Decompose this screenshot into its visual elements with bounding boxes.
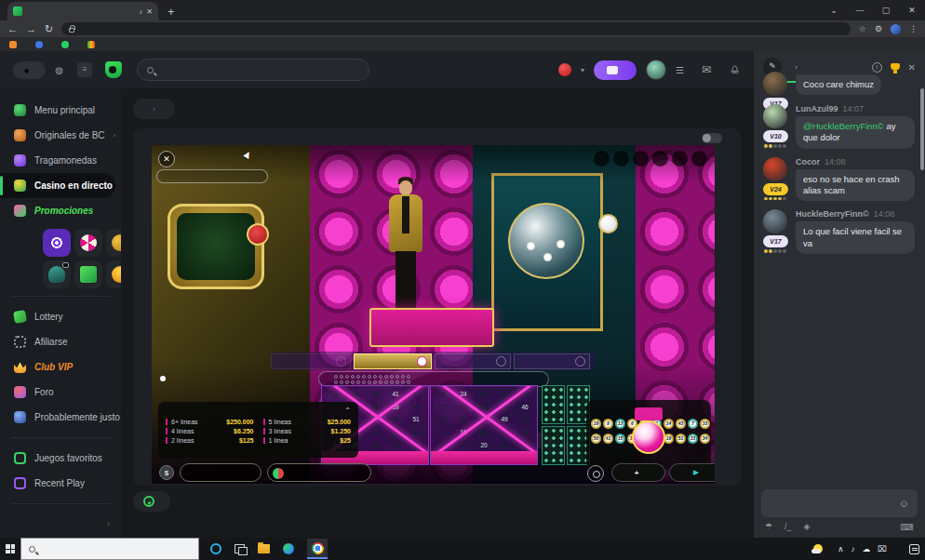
favorite-button[interactable]: ★ — [133, 491, 170, 512]
camera-icon[interactable] — [613, 151, 629, 167]
back-button[interactable]: ← — [7, 23, 18, 34]
chat-scrollbar[interactable] — [920, 88, 924, 170]
nav-sports[interactable]: ◍ — [55, 65, 68, 75]
maximize-button[interactable]: ▢ — [873, 0, 899, 20]
tab-search-icon[interactable]: ⌄ — [821, 0, 847, 20]
tray-expand-icon[interactable]: ∧ — [838, 544, 843, 553]
mini-menu-icon[interactable]: ≡ — [77, 62, 92, 77]
bookmark-star-icon[interactable]: ☆ — [859, 24, 866, 33]
sidebar-item-home[interactable]: Menu principal — [0, 98, 121, 123]
wallet-button[interactable] — [594, 60, 637, 80]
avatar[interactable] — [763, 104, 787, 128]
game-search-input[interactable] — [137, 59, 369, 81]
chat-rules-icon[interactable]: ! — [872, 62, 882, 73]
bell-icon[interactable]: 🕭 — [730, 63, 741, 76]
notification-center-icon[interactable] — [909, 544, 919, 554]
onedrive-icon[interactable]: ☁ — [863, 544, 871, 553]
sidebar-item-lottery[interactable]: Lottery — [0, 304, 121, 329]
collapse-chevron-icon[interactable]: ⌃ — [344, 407, 351, 415]
game-close-icon[interactable]: ✕ — [158, 151, 175, 167]
chevron-right-icon[interactable]: › — [795, 62, 798, 72]
stream-chat-icon[interactable] — [594, 151, 610, 167]
sidebar-item-affiliate[interactable]: Afiliarse — [0, 329, 121, 354]
sidebar-language-selector[interactable]: › — [0, 512, 121, 528]
lobby-button[interactable]: ▶ — [669, 463, 715, 482]
sidebar-item-slots[interactable]: Tragamonedas — [0, 148, 121, 173]
start-button[interactable] — [0, 544, 20, 553]
user-mention[interactable]: @HuckleBerryFinn© — [803, 121, 887, 131]
user-avatar[interactable] — [646, 60, 666, 80]
browser-tab[interactable]: ♪ ✕ — [7, 2, 158, 20]
extensions-icon[interactable]: ⚙ — [875, 24, 882, 33]
bingo-card-2[interactable]: 1524334147273848424622301949518164034435… — [430, 385, 538, 465]
avatar[interactable] — [763, 157, 787, 181]
cortana-icon[interactable] — [210, 543, 221, 554]
chat-close-icon[interactable]: ✕ — [908, 62, 916, 73]
tray-volume-icon[interactable]: ♪ — [851, 544, 854, 553]
new-tab-button[interactable]: + — [168, 5, 175, 20]
file-explorer-icon[interactable] — [258, 544, 270, 553]
settings-icon[interactable] — [652, 151, 668, 167]
spectate-icon[interactable] — [587, 465, 604, 482]
ball-dot — [379, 380, 382, 384]
tab-audio-icon[interactable]: ♪ — [139, 7, 142, 16]
bookmark-classroom[interactable] — [9, 41, 20, 48]
close-button[interactable]: ✕ — [899, 0, 925, 20]
emoji-icon[interactable]: ☺ — [899, 498, 909, 509]
profile-avatar[interactable] — [891, 24, 901, 34]
sidebar-item-fair[interactable]: Probablemente justo — [0, 405, 121, 430]
cash-tile[interactable] — [74, 260, 102, 288]
nav-casino[interactable]: ♠ — [13, 61, 46, 79]
help-icon[interactable] — [691, 151, 707, 167]
currency-selector[interactable]: ▾ — [558, 63, 584, 76]
coins-tile[interactable] — [106, 260, 121, 288]
taskbar-search-input[interactable] — [20, 538, 199, 560]
command-icon[interactable]: /_ — [784, 522, 792, 531]
sidebar-item-live[interactable]: Casino en directo — [0, 173, 115, 198]
volume-icon[interactable] — [633, 151, 649, 167]
mail-icon[interactable]: ✉ — [702, 63, 711, 76]
piggy-tile[interactable] — [106, 229, 121, 257]
weather-icon[interactable] — [813, 544, 823, 553]
sidebar-item-recent[interactable]: Recent Play — [0, 471, 121, 496]
history-icon[interactable] — [672, 151, 688, 167]
bookmark-meet[interactable] — [87, 41, 99, 48]
keyboard-icon[interactable]: ⌨ — [901, 522, 914, 532]
minimize-button[interactable]: — — [847, 0, 873, 20]
avatar[interactable] — [763, 209, 787, 233]
menu-kebab-icon[interactable]: ⋮ — [909, 24, 918, 33]
sidebar-item-dice[interactable]: Originales de BC› — [0, 123, 121, 148]
spin-tile[interactable] — [43, 229, 71, 257]
forward-button[interactable]: → — [26, 23, 36, 34]
url-bar[interactable] — [61, 22, 851, 35]
chrome-taskbar-active[interactable] — [307, 539, 328, 559]
bcgame-logo[interactable] — [105, 61, 127, 78]
add-table-button[interactable]: + — [611, 463, 665, 482]
sidebar-item-vip[interactable]: Club VIP — [0, 354, 121, 380]
sidebar-item-favorites[interactable]: Juegos favoritos — [0, 446, 121, 471]
network-icon[interactable]: ⌧ — [878, 544, 887, 553]
wheel-tile[interactable] — [74, 229, 102, 257]
chat-username[interactable]: Cocor — [796, 157, 820, 167]
bookmark-whatsapp[interactable] — [61, 41, 73, 48]
level-list-icon[interactable]: ☰ — [676, 65, 683, 75]
chat-username[interactable]: LunAzul99 — [796, 104, 838, 113]
sidebar-item-forum[interactable]: Foro — [0, 380, 121, 405]
rocket-tile[interactable] — [43, 260, 71, 288]
bookmark-agroo[interactable] — [35, 41, 47, 48]
sidebar-item-promo[interactable]: Promociones — [0, 198, 121, 223]
breadcrumb[interactable]: › — [133, 99, 175, 119]
divider — [11, 503, 110, 504]
avatar[interactable] — [763, 72, 787, 96]
edge-icon[interactable] — [283, 543, 294, 554]
rain-icon[interactable]: ☂ — [765, 522, 772, 531]
trophy-icon[interactable] — [891, 63, 900, 71]
chat-input[interactable]: ☺ — [761, 489, 918, 517]
coinflip-icon[interactable]: ◈ — [804, 522, 811, 531]
ingame-chat-input[interactable] — [156, 169, 268, 183]
tab-close-icon[interactable]: ✕ — [146, 7, 153, 16]
mode-toggle[interactable] — [702, 133, 722, 143]
task-view-icon[interactable] — [235, 544, 245, 553]
chat-username[interactable]: HuckleBerryFinn© — [796, 209, 869, 219]
reload-button[interactable]: ↻ — [45, 23, 53, 35]
